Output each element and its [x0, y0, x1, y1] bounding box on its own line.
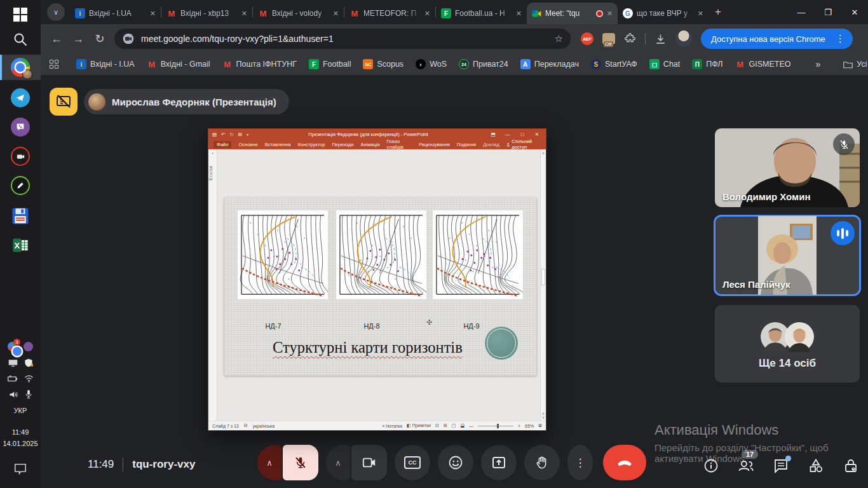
tray-clock-time[interactable]: 11:49 [0, 428, 41, 436]
captions-button[interactable]: CC [395, 445, 430, 480]
language-label[interactable]: українська [253, 424, 275, 428]
tray-clock-date[interactable]: 14.01.2025 [0, 440, 41, 447]
fit-slide-icon[interactable]: ⊠ [538, 423, 542, 428]
bookmark-star-icon[interactable]: ☆ [555, 33, 563, 44]
redo-icon[interactable]: ↻ [229, 132, 233, 137]
window-minimize-button[interactable]: — [788, 8, 815, 17]
structural-map-nd7[interactable] [238, 210, 328, 299]
save-icon[interactable]: ▤ [212, 132, 217, 137]
ppt-thumbnails-collapsed[interactable]: › Ескізи [208, 149, 217, 421]
ppt-minimize-button[interactable]: — [503, 132, 513, 137]
stop-presenting-button[interactable] [50, 88, 78, 116]
chrome-menu-kebab-icon[interactable]: ⋮ [832, 33, 849, 44]
tab-close-icon[interactable]: ✕ [150, 10, 156, 18]
scrollbar-thumb[interactable] [541, 269, 545, 285]
back-button[interactable]: ← [46, 32, 67, 46]
undo-icon[interactable]: ↶ [221, 132, 225, 137]
start-button[interactable] [0, 6, 41, 23]
tab-meet-active[interactable]: Meet: "tqu ✕ [527, 3, 618, 24]
language-indicator[interactable]: УКР [0, 407, 41, 414]
tab-meteofor[interactable]: M METEOFOR: П✕ [344, 3, 435, 24]
mic-control[interactable]: ∧ [257, 445, 318, 480]
zoom-in-button[interactable]: + [518, 424, 520, 428]
ppt-maximize-button[interactable]: □ [517, 132, 527, 137]
new-tab-button[interactable]: + [715, 6, 721, 18]
bookmark-item[interactable]: MGISMETEO [735, 59, 791, 69]
bookmark-item[interactable]: AПерекладач [520, 59, 579, 69]
participant-tile-khomyn[interactable]: Володимир Хомин [715, 128, 860, 207]
qat-chevron-icon[interactable]: ▾ [247, 132, 248, 137]
tab-close-icon[interactable]: ✕ [241, 10, 247, 18]
bookmark-item[interactable]: MПошта ІФНТУНГ [222, 59, 297, 69]
meeting-details-button[interactable] [703, 458, 719, 474]
tab-close-icon[interactable]: ✕ [607, 10, 613, 18]
present-screen-button[interactable] [481, 445, 517, 480]
slide-canvas[interactable]: НД-7 НД-8 НД-9 Стурктурні карти горизонт… [224, 198, 536, 376]
spellcheck-icon[interactable]: ⊟ [244, 423, 248, 428]
omnibox[interactable]: meet.google.com/tqu-rory-vxy?pli=1&authu… [114, 29, 571, 49]
more-participants-tile[interactable]: Ще 14 осіб [715, 305, 860, 383]
chrome-update-button[interactable]: Доступна нова версія Chrome ⋮ [701, 29, 853, 49]
profile-avatar[interactable] [675, 30, 692, 47]
taskbar-search-button[interactable] [0, 30, 41, 48]
bookmark-item[interactable]: ППФЛ [692, 59, 722, 69]
bookmark-item[interactable]: MВхідні - Gmail [147, 59, 210, 69]
downloads-icon[interactable] [654, 33, 667, 45]
more-options-button[interactable]: ⋮ [567, 445, 593, 480]
bookmark-item[interactable]: ◻Chat [649, 59, 680, 69]
ribbon-tab[interactable]: Рецензування [419, 142, 450, 147]
ribbon-tab-file[interactable]: Файл [214, 141, 231, 148]
tray-row-apps[interactable]: 3 [0, 342, 41, 351]
tray-row-system2[interactable] [0, 374, 41, 383]
structural-map-nd9[interactable] [433, 210, 523, 299]
reload-button[interactable]: ↻ [89, 32, 111, 46]
slideshow-icon[interactable]: ⊞ [238, 132, 242, 137]
zoom-slider[interactable] [478, 426, 513, 426]
tray-row-system1[interactable]: ! [0, 358, 41, 367]
ribbon-tab[interactable]: Подання [457, 142, 476, 147]
bookmark-item[interactable]: SStartУАФ [591, 59, 637, 69]
ribbon-tab[interactable]: Анімація [360, 142, 379, 147]
bookmark-item[interactable]: 24Приват24 [459, 59, 508, 69]
view-sorter-icon[interactable]: ⊞ [444, 423, 447, 428]
zoom-out-button[interactable]: — [469, 424, 473, 428]
taskbar-telegram-button[interactable] [0, 85, 41, 111]
tab-football[interactable]: F Football.ua - Н✕ [436, 3, 527, 24]
camera-button[interactable] [351, 445, 387, 480]
view-slideshow-icon[interactable]: ⬓ [460, 423, 465, 428]
ribbon-tab[interactable]: Вставлення [265, 142, 291, 147]
window-restore-button[interactable]: ❐ [815, 8, 841, 17]
apps-grid-icon[interactable] [50, 60, 58, 69]
people-panel-button[interactable]: 17 [738, 458, 754, 474]
raise-hand-button[interactable] [524, 445, 560, 480]
mic-mute-button[interactable] [283, 445, 318, 480]
participant-tile-paliichuk[interactable]: Леся Палійчук [715, 216, 860, 295]
tab-gmail-xbp[interactable]: M Вхідні - xbp13✕ [161, 3, 252, 24]
ppt-scrollbar[interactable]: ∧ ∧∨ [540, 149, 546, 421]
share-button[interactable]: Спільний доступ [506, 139, 541, 150]
ribbon-tab-help[interactable]: Доклад [483, 142, 499, 147]
tab-inbox-iua[interactable]: i Вхідні - I.UA✕ [70, 3, 161, 24]
presenter-pill[interactable]: Мирослав Федорняк (Презентація) [84, 89, 289, 114]
off-extension-icon[interactable]: Off [602, 33, 615, 44]
taskbar-viber-button[interactable] [0, 114, 41, 140]
zoom-level[interactable]: 65% [525, 424, 534, 428]
mic-options-chevron[interactable]: ∧ [257, 445, 281, 480]
tab-gmail-volody[interactable]: M Вхідні - volody✕ [253, 3, 344, 24]
ribbon-tab[interactable]: Конструктор [298, 142, 325, 147]
bookmark-item[interactable]: ◗WoS [416, 59, 447, 69]
view-reading-icon[interactable]: ▢ [452, 423, 456, 428]
tab-google-search[interactable]: G що таке ВЧР у✕ [618, 3, 709, 24]
tray-row-system3[interactable] [0, 390, 41, 399]
bookmark-item[interactable]: FFootball [309, 59, 351, 69]
camera-options-chevron[interactable]: ∧ [326, 445, 350, 480]
ribbon-options-icon[interactable]: ⬒ [488, 132, 498, 137]
adblock-extension-icon[interactable]: ABP [581, 32, 593, 45]
view-normal-icon[interactable]: ⊡ [435, 423, 439, 428]
taskbar-editor-app-button[interactable] [0, 173, 41, 198]
bookmarks-overflow-chevron[interactable]: » [816, 59, 821, 69]
tab-search-button[interactable]: ∨ [47, 3, 65, 21]
taskbar-save-app-button[interactable] [0, 203, 41, 229]
notes-button[interactable]: ≡ Нотатки [382, 424, 402, 428]
tab-close-icon[interactable]: ✕ [698, 10, 703, 18]
